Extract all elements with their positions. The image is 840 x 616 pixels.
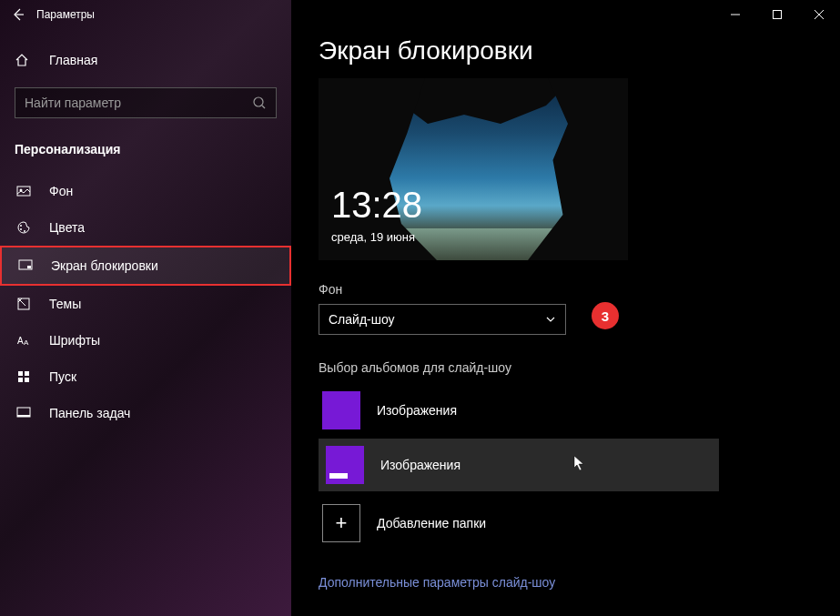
svg-text:A: A: [17, 336, 24, 346]
lock-screen-icon: [16, 258, 35, 273]
taskbar-icon: [15, 406, 33, 420]
home-icon: [15, 53, 33, 67]
sidebar-item-background[interactable]: Фон: [0, 173, 291, 209]
sidebar-item-label: Экран блокировки: [51, 258, 158, 273]
category-header: Персонализация: [0, 129, 291, 173]
home-label: Главная: [49, 53, 97, 67]
start-icon: [15, 369, 33, 384]
fonts-icon: AA: [15, 333, 33, 348]
add-folder-button[interactable]: + Добавление папки: [319, 497, 719, 550]
maximize-button[interactable]: [756, 0, 798, 29]
background-dropdown[interactable]: Слайд-шоу: [319, 304, 566, 335]
sidebar-item-label: Шрифты: [49, 333, 100, 348]
dropdown-value: Слайд-шоу: [329, 312, 395, 327]
preview-date: среда, 19 июня: [331, 230, 415, 244]
close-button[interactable]: [798, 0, 840, 29]
album-thumbnail: [326, 446, 364, 484]
album-thumbnail: [322, 391, 360, 429]
sidebar-item-label: Цвета: [49, 220, 85, 235]
search-icon: [252, 96, 267, 110]
annotation-badge-3: 3: [592, 302, 619, 329]
arrow-left-icon: [11, 7, 25, 22]
svg-rect-17: [17, 415, 30, 417]
sidebar-item-label: Пуск: [49, 369, 76, 384]
titlebar: Параметры: [0, 0, 840, 29]
close-icon: [815, 10, 824, 19]
maximize-icon: [773, 10, 782, 19]
album-item[interactable]: Изображения: [319, 384, 719, 437]
album-label: Изображения: [380, 458, 460, 472]
svg-rect-2: [17, 187, 30, 196]
sidebar: Главная Персонализация Фон Цвета Экран б…: [0, 0, 291, 616]
sidebar-item-label: Фон: [49, 184, 73, 198]
svg-point-4: [20, 225, 22, 227]
minimize-icon: [731, 10, 740, 19]
svg-rect-8: [27, 266, 31, 268]
search-input[interactable]: [25, 96, 252, 110]
search-box[interactable]: [15, 87, 277, 118]
sidebar-item-colors[interactable]: Цвета: [0, 209, 291, 246]
album-label: Изображения: [377, 403, 457, 418]
page-title: Экран блокировки: [319, 36, 813, 66]
sidebar-item-taskbar[interactable]: Панель задач: [0, 395, 291, 431]
background-label: Фон: [319, 282, 813, 297]
svg-point-5: [20, 228, 22, 230]
svg-point-1: [254, 97, 263, 106]
svg-rect-0: [774, 11, 782, 19]
svg-rect-12: [18, 371, 23, 376]
svg-point-6: [24, 230, 25, 232]
window-title: Параметры: [36, 8, 95, 21]
svg-rect-14: [18, 378, 23, 382]
back-button[interactable]: [0, 0, 36, 29]
album-item[interactable]: Изображения: [319, 439, 719, 491]
lockscreen-preview: 13:28 среда, 19 июня: [319, 78, 628, 260]
themes-icon: [15, 297, 33, 311]
sidebar-item-start[interactable]: Пуск: [0, 358, 291, 395]
preview-time: 13:28: [331, 185, 422, 226]
sidebar-item-themes[interactable]: Темы: [0, 286, 291, 322]
sidebar-item-label: Темы: [49, 297, 81, 311]
home-nav[interactable]: Главная: [0, 44, 291, 76]
content-area: Экран блокировки 13:28 среда, 19 июня Фо…: [291, 0, 840, 616]
add-folder-label: Добавление папки: [377, 516, 486, 530]
svg-rect-13: [25, 371, 29, 376]
plus-icon: +: [322, 504, 360, 542]
svg-text:A: A: [24, 338, 29, 347]
sidebar-item-fonts[interactable]: AA Шрифты: [0, 322, 291, 358]
chevron-down-icon: [545, 314, 556, 325]
palette-icon: [15, 220, 33, 235]
minimize-button[interactable]: [714, 0, 756, 29]
sidebar-item-label: Панель задач: [49, 406, 130, 420]
albums-label: Выбор альбомов для слайд-шоу: [319, 360, 813, 375]
cursor-icon: [573, 455, 586, 471]
advanced-slideshow-link[interactable]: Дополнительные параметры слайд-шоу: [319, 575, 555, 590]
sidebar-item-lockscreen[interactable]: Экран блокировки: [0, 246, 291, 286]
svg-rect-15: [25, 378, 29, 382]
picture-icon: [15, 184, 33, 198]
